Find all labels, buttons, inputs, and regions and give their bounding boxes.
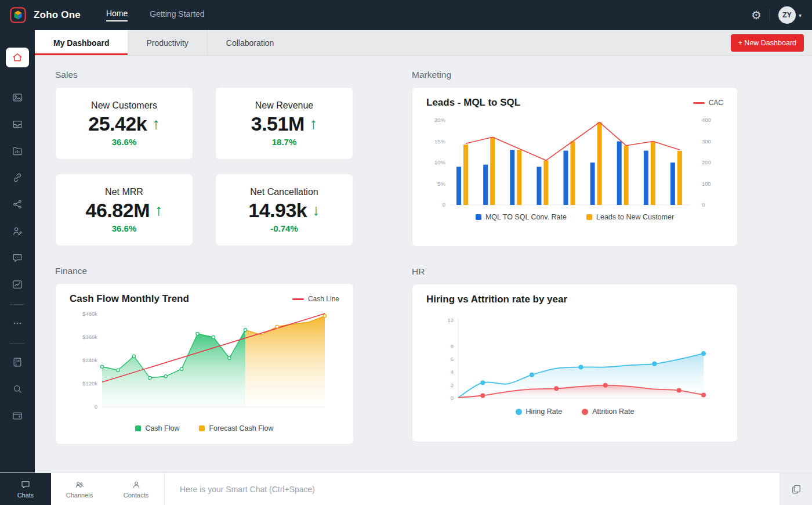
data-point-marker xyxy=(276,325,278,328)
kpi-card-net-mrr: Net MRR 46.82M↑ 36.6% xyxy=(55,174,193,246)
tab-my-dashboard[interactable]: My Dashboard xyxy=(35,30,128,55)
top-nav: Home Getting Started xyxy=(106,0,205,30)
kpi-delta: 18.7% xyxy=(272,137,297,147)
data-point-marker xyxy=(132,355,135,358)
chats-label: Chats xyxy=(17,492,34,499)
notes-shortcut[interactable] xyxy=(780,473,812,505)
chat-bubble-icon xyxy=(20,479,31,490)
kpi-card-new-customers: New Customers 25.42k↑ 36.6% xyxy=(55,87,193,160)
sidebar-item-network[interactable] xyxy=(12,199,23,210)
bar-leads xyxy=(651,142,655,205)
legend-label: Cash Line xyxy=(308,295,339,303)
kpi-delta: 36.6% xyxy=(112,223,137,233)
data-point-marker xyxy=(652,362,657,366)
bar-mql xyxy=(483,165,488,205)
nav-home[interactable]: Home xyxy=(106,9,128,21)
legend-dot-swatch xyxy=(582,409,588,415)
axis-tick-label: 200 xyxy=(702,159,711,165)
avatar[interactable]: ZY xyxy=(778,6,796,24)
legend-line-swatch xyxy=(693,102,705,104)
bar-mql xyxy=(456,167,461,205)
section-label-marketing: Marketing xyxy=(412,70,738,80)
topbar: Zoho One Home Getting Started ⚙ ZY ▾ xyxy=(0,0,812,30)
axis-tick-label: 0 xyxy=(702,201,705,208)
chart-title: Leads - MQL to SQL xyxy=(426,97,520,109)
kpi-delta: 36.6% xyxy=(112,137,137,147)
kpi-value: 14.93k xyxy=(248,199,307,222)
legend-label: Forecast Cash Flow xyxy=(209,424,273,432)
user-menu[interactable]: ZY ▾ xyxy=(778,6,802,24)
data-point-marker xyxy=(701,392,706,397)
section-label-hr: HR xyxy=(412,266,738,277)
sidebar-item-more[interactable] xyxy=(12,318,23,329)
dashboard-tabbar: My Dashboard Productivity Collaboration … xyxy=(35,30,812,56)
sidebar-item-folder[interactable] xyxy=(12,145,23,157)
contacts-tab[interactable]: Contacts xyxy=(108,473,165,505)
sidebar-item-link[interactable] xyxy=(12,172,23,183)
marketing-legend: MQL TO SQL Conv. Rate Leads to New Custo… xyxy=(426,213,723,221)
data-point-marker xyxy=(701,351,706,356)
chevron-down-icon: ▾ xyxy=(799,12,802,19)
data-point-marker xyxy=(100,365,103,368)
sidebar-item-gallery[interactable] xyxy=(12,92,23,103)
kpi-title: Net MRR xyxy=(105,187,143,197)
notebook-icon xyxy=(12,356,23,368)
sidebar-item-chat[interactable] xyxy=(12,252,23,264)
kpi-value: 46.82M xyxy=(86,199,150,222)
legend-swatch xyxy=(199,425,205,431)
chats-tab[interactable]: Chats xyxy=(0,473,51,505)
zoho-one-logo-icon[interactable] xyxy=(9,6,27,24)
bar-mql xyxy=(564,151,568,205)
axis-tick-label: 0 xyxy=(451,395,454,401)
legend-item: Cash Flow xyxy=(135,424,179,432)
zoho-one-app: Zoho One Home Getting Started ⚙ ZY ▾ xyxy=(0,0,812,505)
sidebar-item-search[interactable] xyxy=(12,383,23,395)
copy-pages-icon xyxy=(791,484,802,495)
bar-leads xyxy=(677,151,682,205)
sidebar-item-analytics[interactable] xyxy=(12,279,23,290)
bar-leads xyxy=(543,160,548,205)
data-point-marker xyxy=(117,369,119,371)
sidebar-item-inbox[interactable] xyxy=(12,118,23,130)
cash-line-legend: Cash Line xyxy=(292,295,339,303)
legend-label: Leads to New Customer xyxy=(596,213,674,221)
topbar-right: ⚙ ZY ▾ xyxy=(751,6,802,24)
kpi-value: 25.42k xyxy=(88,113,147,135)
data-point-marker xyxy=(164,375,167,378)
finance-legend: Cash Flow Forecast Cash Flow xyxy=(70,424,339,432)
legend-label: MQL TO SQL Conv. Rate xyxy=(485,213,567,221)
smart-chat-input[interactable]: Here is your Smart Chat (Ctrl+Space) xyxy=(165,473,780,505)
sales-kpi-grid: New Customers 25.42k↑ 36.6% New Revenue … xyxy=(55,87,354,246)
axis-tick-label: 20% xyxy=(434,117,446,123)
finance-chart-card: Cash Flow Monthly Trend Cash Line 0$120k… xyxy=(55,283,354,445)
chart-title: Cash Flow Monthly Trend xyxy=(70,293,189,305)
sidebar-item-wallet[interactable] xyxy=(12,410,23,421)
tab-productivity[interactable]: Productivity xyxy=(128,30,206,55)
cash-flow-area xyxy=(102,330,245,407)
brand-name: Zoho One xyxy=(34,9,81,21)
data-point-marker xyxy=(180,367,183,370)
sidebar-item-notebook[interactable] xyxy=(12,356,23,368)
nav-getting-started[interactable]: Getting Started xyxy=(150,9,204,21)
chart-title: Hiring vs Attrition rate by year xyxy=(426,294,567,305)
settings-gear-icon[interactable]: ⚙ xyxy=(751,9,762,21)
axis-tick-label: 6 xyxy=(451,356,454,362)
contacts-person-icon xyxy=(131,479,142,490)
new-dashboard-button[interactable]: + New Dashboard xyxy=(731,34,804,52)
data-point-marker xyxy=(212,336,215,338)
channels-label: Channels xyxy=(66,492,93,499)
kpi-title: New Revenue xyxy=(255,100,314,111)
kpi-value: 3.51M xyxy=(251,113,304,135)
tab-collaboration[interactable]: Collaboration xyxy=(207,30,293,55)
section-label-finance: Finance xyxy=(55,266,354,276)
channels-tab[interactable]: Channels xyxy=(51,473,108,505)
cac-legend: CAC xyxy=(693,99,723,107)
topbar-divider xyxy=(770,9,770,21)
network-icon xyxy=(12,199,23,210)
sidebar-item-user-edit[interactable] xyxy=(12,225,23,237)
sidebar-item-home[interactable] xyxy=(6,48,29,67)
data-point-marker xyxy=(677,388,682,393)
legend-item: Leads to New Customer xyxy=(586,213,674,221)
bar-mql xyxy=(510,150,514,205)
trend-up-arrow-icon: ↑ xyxy=(310,116,318,132)
